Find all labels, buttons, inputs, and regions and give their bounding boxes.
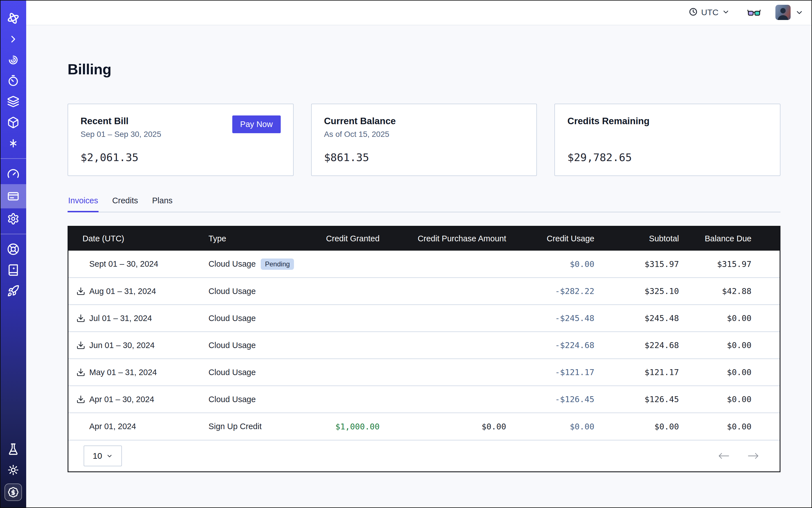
sidebar-item-observe[interactable] xyxy=(0,50,26,71)
tab-plans[interactable]: Plans xyxy=(152,196,173,212)
subtotal-value: $126.45 xyxy=(601,386,686,413)
next-page-button[interactable] xyxy=(747,452,759,460)
sidebar-divider xyxy=(0,158,26,159)
reader-glasses-icon[interactable] xyxy=(747,7,761,18)
invoice-date: Apr 01, 2024 xyxy=(89,422,136,431)
billing-tabs: Invoices Credits Plans xyxy=(68,196,780,212)
subtotal-value: $121.17 xyxy=(601,359,686,386)
credit-granted-value xyxy=(323,332,386,359)
subtotal-value: $315.97 xyxy=(601,251,686,278)
page-size-value: 10 xyxy=(93,451,102,461)
download-invoice-icon[interactable] xyxy=(76,287,85,296)
card-subtitle xyxy=(567,130,768,139)
card-subtitle: As of Oct 15, 2025 xyxy=(324,130,524,139)
invoice-date: Jun 01 – 30, 2024 xyxy=(89,341,155,350)
invoice-type: Sign Up Credit xyxy=(209,422,262,431)
main-column: UTC Billing xyxy=(26,0,812,508)
sidebar-item-packages[interactable] xyxy=(0,112,26,133)
sidebar-item-labs[interactable] xyxy=(0,439,26,460)
balance-due-value: $42.88 xyxy=(686,278,780,305)
current-balance-amount: $861.35 xyxy=(324,151,524,164)
credit-granted-value xyxy=(323,251,386,278)
chevron-down-icon xyxy=(722,8,730,17)
summary-cards: Recent Bill Sep 01 – Sep 30, 2025 Pay No… xyxy=(68,103,780,176)
invoice-date: May 01 – 31, 2024 xyxy=(89,368,157,377)
credits-remaining-amount: $29,782.65 xyxy=(567,151,768,164)
card-title: Credits Remaining xyxy=(567,116,768,127)
sidebar-expand-button[interactable] xyxy=(0,29,26,50)
timezone-label: UTC xyxy=(701,8,719,17)
download-invoice-icon[interactable] xyxy=(76,314,85,323)
download-invoice-icon[interactable] xyxy=(76,368,85,377)
credit-granted-value: $1,000.00 xyxy=(323,413,386,440)
sidebar-item-docs[interactable] xyxy=(0,260,26,281)
subtotal-value: $245.48 xyxy=(601,305,686,332)
credits-remaining-card: Credits Remaining $29,782.65 xyxy=(554,103,780,176)
credit-granted-value xyxy=(323,359,386,386)
sidebar-item-history[interactable] xyxy=(0,71,26,91)
invoice-type: Cloud Usage xyxy=(209,395,256,404)
sidebar-item-billing[interactable] xyxy=(0,184,26,208)
tab-invoices[interactable]: Invoices xyxy=(68,196,98,212)
subtotal-value: $325.10 xyxy=(601,278,686,305)
invoice-table-body: Sept 01 – 30, 2024 Cloud Usage Pending $… xyxy=(69,251,780,440)
table-row: May 01 – 31, 2024 Cloud Usage -$121.17 $… xyxy=(69,359,780,386)
sidebar-item-support[interactable] xyxy=(0,239,26,260)
app-root: UTC Billing xyxy=(0,0,812,508)
card-title: Current Balance xyxy=(324,116,524,127)
invoice-date: Sept 01 – 30, 2024 xyxy=(89,259,158,269)
invoice-type: Cloud Usage xyxy=(209,368,256,377)
table-row: Apr 01 – 30, 2024 Cloud Usage -$126.45 $… xyxy=(69,386,780,413)
table-row: Apr 01, 2024 Sign Up Credit $1,000.00 $0… xyxy=(69,413,780,440)
current-balance-card: Current Balance As of Oct 15, 2025 $861.… xyxy=(311,103,537,176)
recent-bill-card: Recent Bill Sep 01 – Sep 30, 2025 Pay No… xyxy=(68,103,294,176)
card-title: Recent Bill xyxy=(81,116,161,127)
previous-page-button[interactable] xyxy=(718,452,729,460)
credit-purchase-value xyxy=(386,305,513,332)
column-credit-granted: Credit Granted xyxy=(323,227,386,251)
earn-credits-wrap xyxy=(0,480,26,504)
sidebar-item-usage[interactable] xyxy=(0,163,26,184)
chevron-down-icon xyxy=(106,453,113,459)
clock-icon xyxy=(689,7,698,17)
sidebar-item-layers[interactable] xyxy=(0,91,26,112)
credit-purchase-value xyxy=(386,386,513,413)
arrow-right-icon xyxy=(747,452,759,460)
table-row: Aug 01 – 31, 2024 Cloud Usage -$282.22 $… xyxy=(69,278,780,305)
logo-orbit-icon[interactable] xyxy=(0,8,26,29)
column-balance-due: Balance Due xyxy=(686,227,780,251)
earn-credits-button[interactable] xyxy=(4,483,22,501)
sidebar-item-quickstart[interactable] xyxy=(0,281,26,301)
sidebar-item-settings[interactable] xyxy=(0,208,26,229)
subtotal-value: $224.68 xyxy=(601,332,686,359)
timezone-selector[interactable]: UTC xyxy=(689,7,730,17)
download-invoice-icon[interactable] xyxy=(76,395,85,404)
download-invoice-icon[interactable] xyxy=(76,341,85,350)
pay-now-button[interactable]: Pay Now xyxy=(232,116,281,133)
sidebar xyxy=(0,0,26,508)
page-size-select[interactable]: 10 xyxy=(84,446,122,466)
table-header-row: Date (UTC) Type Credit Granted Credit Pu… xyxy=(69,227,780,251)
credit-usage-value: -$224.68 xyxy=(513,332,601,359)
invoice-type: Cloud Usage xyxy=(209,341,256,350)
credit-usage-value: -$282.22 xyxy=(513,278,601,305)
sidebar-item-theme-toggle[interactable] xyxy=(0,460,26,480)
table-row: Jun 01 – 30, 2024 Cloud Usage -$224.68 $… xyxy=(69,332,780,359)
invoices-table: Date (UTC) Type Credit Granted Credit Pu… xyxy=(68,226,780,472)
balance-due-value: $0.00 xyxy=(686,359,780,386)
page-title: Billing xyxy=(68,61,780,78)
avatar[interactable] xyxy=(775,5,790,20)
billing-page: Billing Recent Bill Sep 01 – Sep 30, 202… xyxy=(26,25,812,472)
sidebar-divider xyxy=(0,234,26,234)
credit-usage-value: -$121.17 xyxy=(513,359,601,386)
column-subtotal: Subtotal xyxy=(601,227,686,251)
invoice-date: Aug 01 – 31, 2024 xyxy=(89,287,156,296)
credit-granted-value xyxy=(323,278,386,305)
recent-bill-amount: $2,061.35 xyxy=(81,151,281,164)
credit-purchase-value xyxy=(386,332,513,359)
tab-credits[interactable]: Credits xyxy=(112,196,138,212)
sidebar-item-functions[interactable] xyxy=(0,133,26,154)
credit-usage-value: $0.00 xyxy=(513,251,601,278)
balance-due-value: $0.00 xyxy=(686,305,780,332)
account-menu-chevron-icon[interactable] xyxy=(795,8,804,16)
